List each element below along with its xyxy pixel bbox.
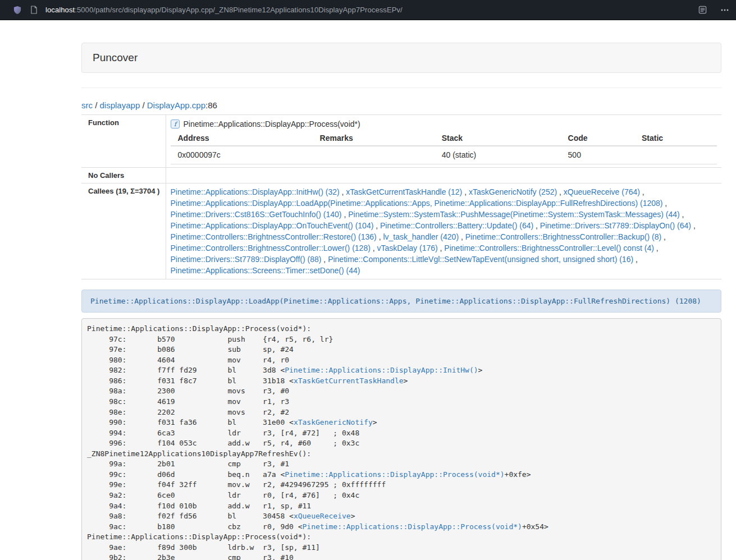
col-header-stack: Stack bbox=[435, 131, 561, 146]
col-header-code: Code bbox=[561, 131, 634, 146]
page-content: Puncover src / displayapp / DisplayApp.c… bbox=[81, 43, 721, 560]
callee-link[interactable]: Pinetime::Controllers::BrightnessControl… bbox=[171, 232, 377, 241]
col-header-remarks: Remarks bbox=[313, 131, 435, 146]
breadcrumb: src / displayapp / DisplayApp.cpp:86 bbox=[81, 100, 721, 110]
callee-link[interactable]: Pinetime::Applications::DisplayApp::Init… bbox=[171, 187, 340, 196]
callee-link[interactable]: Pinetime::Applications::DisplayApp::OnTo… bbox=[171, 221, 374, 230]
remarks-value bbox=[313, 146, 435, 164]
callee-link[interactable]: Pinetime::Drivers::St7789::DisplayOn() (… bbox=[540, 221, 691, 230]
disassembly-symbol-link[interactable]: Pinetime::Applications::DisplayApp::Proc… bbox=[285, 470, 504, 479]
callee-link[interactable]: Pinetime::Applications::DisplayApp::Load… bbox=[171, 199, 663, 208]
table-row-callees: Callees (19, Σ=3704 ) Pinetime::Applicat… bbox=[81, 183, 721, 279]
callees-cell: Pinetime::Applications::DisplayApp::Init… bbox=[166, 183, 721, 279]
breadcrumb-link[interactable]: DisplayApp.cpp bbox=[147, 100, 205, 110]
no-callers-cell bbox=[166, 168, 721, 183]
toolbar-right-icons bbox=[698, 6, 729, 15]
col-header-address: Address bbox=[171, 131, 313, 146]
url-path: :5000/path/src/displayapp/DisplayApp.cpp… bbox=[75, 6, 403, 14]
breadcrumb-line-number: :86 bbox=[205, 100, 217, 110]
callee-link[interactable]: Pinetime::Controllers::Battery::Update()… bbox=[380, 221, 533, 230]
callee-link[interactable]: Pinetime::Components::LittleVgl::SetNewT… bbox=[328, 255, 633, 264]
code-value: 500 bbox=[561, 146, 634, 164]
table-row-no-callers: No Callers bbox=[81, 168, 721, 183]
reader-mode-icon[interactable] bbox=[698, 6, 707, 14]
callee-link[interactable]: lv_task_handler (420) bbox=[383, 232, 459, 241]
no-callers-label: No Callers bbox=[81, 168, 166, 183]
callee-link[interactable]: Pinetime::Drivers::St7789::DisplayOff() … bbox=[171, 255, 322, 264]
breadcrumb-link[interactable]: src bbox=[81, 100, 93, 110]
callee-link[interactable]: vTaskDelay (176) bbox=[377, 244, 438, 253]
callee-link[interactable]: Pinetime::Applications::Screens::Timer::… bbox=[171, 266, 360, 275]
breadcrumb-link[interactable]: displayapp bbox=[100, 100, 140, 110]
callee-link[interactable]: xTaskGetCurrentTaskHandle (12) bbox=[346, 187, 462, 196]
callee-link[interactable]: Pinetime::Controllers::BrightnessControl… bbox=[465, 232, 661, 241]
function-table: Function f Pinetime::Applications::Displ… bbox=[81, 114, 721, 279]
highlighted-callee-link[interactable]: Pinetime::Applications::DisplayApp::Load… bbox=[90, 297, 701, 305]
browser-toolbar: localhost:5000/path/src/displayapp/Displ… bbox=[0, 0, 736, 20]
callee-link[interactable]: xTaskGenericNotify (252) bbox=[469, 187, 557, 196]
disassembly-symbol-link[interactable]: xTaskGetCurrentTaskHandle bbox=[294, 377, 404, 385]
function-symbol-icon: f bbox=[171, 120, 180, 128]
app-header-panel: Puncover bbox=[81, 43, 721, 73]
callee-link[interactable]: Pinetime::Controllers::BrightnessControl… bbox=[444, 244, 653, 253]
col-header-static: Static bbox=[634, 131, 717, 146]
function-name-line: f Pinetime::Applications::DisplayApp::Pr… bbox=[171, 118, 717, 130]
callee-link[interactable]: Pinetime::System::SystemTask::PushMessag… bbox=[348, 210, 680, 219]
function-details-table: Address Remarks Stack Code Static 0x0000… bbox=[171, 131, 717, 164]
disassembly-code: Pinetime::Applications::DisplayApp::Proc… bbox=[81, 318, 721, 560]
stack-value: 40 (static) bbox=[435, 146, 561, 164]
disassembly-symbol-link[interactable]: xQueueReceive bbox=[294, 512, 351, 520]
callee-link[interactable]: Pinetime::Drivers::Cst816S::GetTouchInfo… bbox=[171, 210, 342, 219]
address-value: 0x0000097c bbox=[171, 146, 313, 164]
callee-link[interactable]: Pinetime::Controllers::BrightnessControl… bbox=[171, 244, 371, 253]
url-bar[interactable]: localhost:5000/path/src/displayapp/Displ… bbox=[45, 6, 698, 14]
callee-link[interactable]: xQueueReceive (764) bbox=[564, 187, 640, 196]
details-value-row: 0x0000097c 40 (static) 500 bbox=[171, 146, 717, 164]
function-row-label: Function bbox=[81, 115, 166, 168]
page-identity-icon[interactable] bbox=[30, 6, 38, 14]
tracking-protection-shield-icon[interactable] bbox=[13, 6, 21, 15]
url-host: localhost bbox=[45, 6, 75, 14]
function-name: Pinetime::Applications::DisplayApp::Proc… bbox=[184, 118, 360, 130]
disassembly-symbol-link[interactable]: Pinetime::Applications::DisplayApp::Init… bbox=[285, 366, 478, 374]
disassembly-symbol-link[interactable]: xTaskGenericNotify bbox=[294, 418, 373, 426]
details-header-row: Address Remarks Stack Code Static bbox=[171, 131, 717, 146]
static-value bbox=[634, 146, 717, 164]
highlighted-callee-panel: Pinetime::Applications::DisplayApp::Load… bbox=[81, 290, 721, 313]
function-cell: f Pinetime::Applications::DisplayApp::Pr… bbox=[166, 115, 721, 168]
overflow-menu-icon[interactable] bbox=[720, 6, 729, 15]
table-row-function: Function f Pinetime::Applications::Displ… bbox=[81, 115, 721, 168]
callees-label: Callees (19, Σ=3704 ) bbox=[81, 183, 166, 279]
disassembly-symbol-link[interactable]: Pinetime::Applications::DisplayApp::Proc… bbox=[303, 522, 522, 531]
divider bbox=[81, 88, 721, 88]
page-title: Puncover bbox=[93, 51, 710, 65]
